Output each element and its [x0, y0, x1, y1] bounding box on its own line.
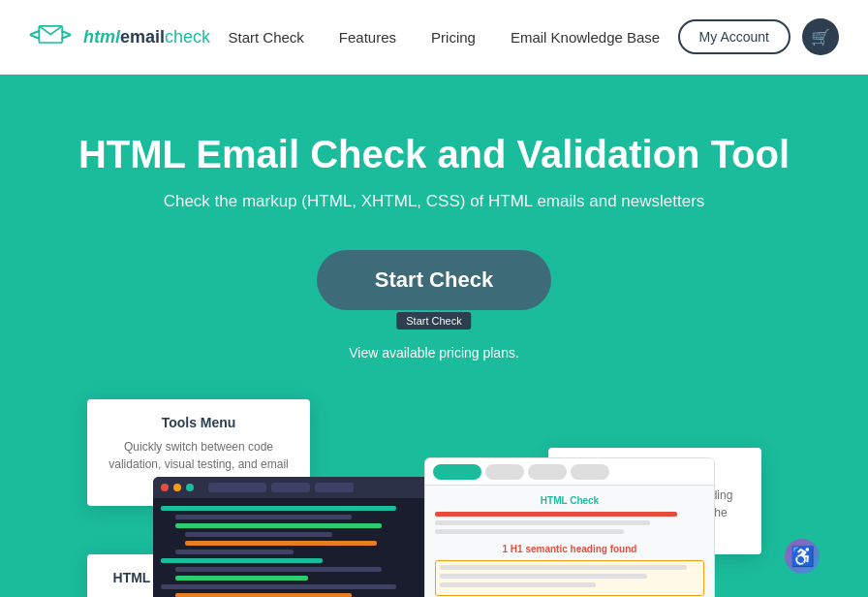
nav-start-check[interactable]: Start Check: [228, 29, 303, 46]
hero-title: HTML Email Check and Validation Tool: [29, 133, 839, 176]
tab-other: [485, 464, 524, 480]
dark-screen-header: [153, 477, 463, 498]
cta-wrapper: Start Check Start Check: [317, 250, 551, 316]
cta-tooltip: Start Check: [396, 312, 471, 330]
pricing-link[interactable]: View available pricing plans.: [29, 345, 839, 361]
hero-section: HTML Email Check and Validation Tool Che…: [0, 75, 868, 597]
tools-card-title: Tools Menu: [105, 415, 293, 430]
light-screen: HTML Check 1 H1 semantic heading found: [424, 457, 715, 597]
main-nav: Start Check Features Pricing Email Knowl…: [228, 29, 660, 46]
html-check-label: HTML Check: [435, 495, 704, 506]
cart-icon: 🛒: [811, 28, 830, 47]
nav-email-knowledge-base[interactable]: Email Knowledge Base: [511, 29, 660, 46]
dark-screen-body: [153, 498, 463, 597]
my-account-button[interactable]: My Account: [678, 19, 790, 54]
cart-button[interactable]: 🛒: [802, 18, 839, 55]
tab-html-check: [433, 464, 481, 480]
light-screen-body: HTML Check 1 H1 semantic heading found: [425, 486, 714, 597]
screenshots-area: Tools Menu Quickly switch between code v…: [29, 399, 839, 597]
logo-icon: < >: [29, 18, 76, 55]
screen-tab-2: [271, 483, 310, 492]
dot-red: [161, 484, 169, 491]
logo[interactable]: < > htmlemailcheck: [29, 18, 210, 55]
dark-screen: [153, 477, 463, 597]
nav-pricing[interactable]: Pricing: [431, 29, 476, 46]
screen-tab: [208, 483, 266, 492]
accessibility-widget[interactable]: ♿: [785, 539, 820, 574]
logo-text: htmlemailcheck: [83, 27, 210, 47]
mock-screens: HTML Check 1 H1 semantic heading found: [143, 457, 725, 597]
dot-green: [186, 484, 194, 491]
semantic-label: 1 H1 semantic heading found: [435, 544, 704, 554]
accessibility-icon: ♿: [790, 545, 815, 568]
tab-other-2: [528, 464, 567, 480]
warning-box: [435, 560, 704, 596]
header-actions: My Account 🛒: [678, 18, 839, 55]
tab-other-3: [571, 464, 609, 480]
light-screen-header: [425, 458, 714, 486]
dot-yellow: [173, 484, 181, 491]
nav-features[interactable]: Features: [339, 29, 396, 46]
hero-subtitle: Check the markup (HTML, XHTML, CSS) of H…: [29, 192, 839, 211]
header: < > htmlemailcheck Start Check Features …: [0, 0, 868, 75]
start-check-button[interactable]: Start Check: [317, 250, 551, 310]
screen-tab-3: [315, 483, 354, 492]
